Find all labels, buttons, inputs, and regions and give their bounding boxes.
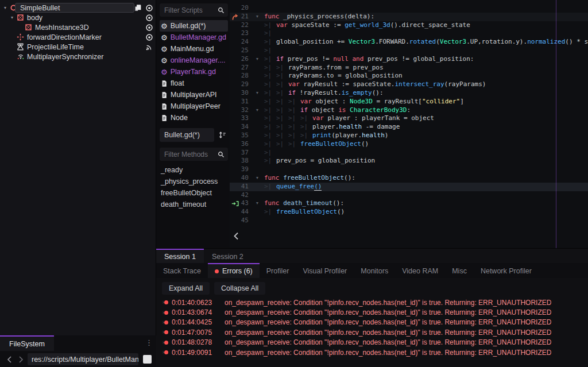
fold-chevron-icon[interactable]: ▾ [256, 13, 263, 21]
fold-chevron-icon[interactable]: ▾ [256, 174, 263, 183]
script-item-multiplayerpeer[interactable]: MultiplayerPeer [160, 101, 228, 112]
method-item-death-timeout[interactable]: death_timeout [160, 199, 228, 210]
script-item-playertank-gd[interactable]: ⚙PlayerTank.gd [160, 66, 228, 78]
expand-chevron-icon[interactable] [156, 320, 164, 325]
filter-scripts-input[interactable] [160, 6, 218, 14]
script-attached-icon[interactable] [134, 4, 142, 11]
tab-session-1[interactable]: Session 1 [156, 249, 204, 263]
script-item-bullet-gd[interactable]: ⚙Bullet.gd(*) [160, 20, 228, 32]
code-line-38[interactable]: 38>|prev_pos = global_position [230, 157, 588, 165]
code-line-32[interactable]: 32▾>|>|>|if object is CharacterBody3D: [230, 106, 588, 115]
error-row-4[interactable]: 0:01:47:0075on_despawn_receive: Conditio… [156, 327, 588, 337]
fold-chevron-icon[interactable]: ▾ [256, 199, 263, 208]
visibility-eye-icon[interactable] [145, 4, 153, 12]
method-item-ready[interactable]: _ready [160, 164, 228, 176]
code-line-39[interactable]: 39 [230, 165, 588, 174]
error-row-5[interactable]: 0:01:48:0278on_despawn_receive: Conditio… [156, 338, 588, 347]
code-line-23[interactable]: 23>| [230, 29, 588, 38]
tab-video-ram[interactable]: Video RAM [395, 263, 445, 278]
scene-tree-item-body[interactable]: ▾body [0, 13, 156, 22]
scene-tree-item-multiplayersynchronizer[interactable]: MultiplayerSynchronizer [0, 52, 156, 61]
debugger-panel: Session 1Session 2 Stack TraceErrors (6)… [156, 248, 588, 367]
signal-connections-icon[interactable] [145, 43, 153, 51]
tab-misc[interactable]: Misc [445, 263, 474, 278]
split-mode-toggle[interactable] [143, 355, 152, 364]
error-row-1[interactable]: 0:01:40:0623on_despawn_receive: Conditio… [156, 298, 588, 307]
code-line-27[interactable]: 27>|>|rayParams.from = prev_pos [230, 64, 588, 72]
error-row-6[interactable]: 0:01:49:0091on_despawn_receive: Conditio… [156, 347, 588, 357]
code-line-33[interactable]: 33>|>|>|>|var player : playerTank = obje… [230, 114, 588, 123]
filter-methods-input[interactable] [160, 150, 218, 159]
scene-tree-item-forwarddirectionmarker[interactable]: forwardDirectionMarker [0, 32, 156, 42]
chevron-left-icon[interactable] [233, 231, 241, 241]
code-line-24[interactable]: 24>|global_position += Vector3.FORWARD.r… [230, 38, 588, 47]
code-line-28[interactable]: 28>|>|rayParams.to = global_position [230, 72, 588, 80]
tab-stack-trace[interactable]: Stack Trace [156, 263, 208, 278]
code-line-26[interactable]: 26▾>|if prev_pos != null and prev_pos !=… [230, 55, 588, 64]
kebab-menu-icon[interactable]: ⋮ [145, 338, 153, 347]
fold-chevron-icon[interactable]: ▾ [256, 55, 263, 64]
expand-chevron-icon[interactable] [156, 330, 164, 335]
code-line-37[interactable]: 37>| [230, 149, 588, 157]
fold-chevron-icon[interactable]: ▾ [256, 106, 263, 115]
visibility-eye-icon[interactable] [145, 14, 153, 22]
tab-filesystem[interactable]: FileSystem [0, 335, 54, 351]
scene-tree-item-projectilelifetime[interactable]: ProjectileLifeTime [0, 42, 156, 52]
code-line-42[interactable]: 42 [230, 191, 588, 200]
sort-methods-icon[interactable] [216, 131, 228, 139]
code-line-30[interactable]: 30▾>|>|if !rayResult.is_empty(): [230, 89, 588, 98]
script-item-bulletmanager-gd[interactable]: ⚙BulletManager.gd [160, 32, 228, 43]
resource-path-text: res://scripts/Multiplayer/BulletMan [32, 356, 138, 364]
error-actions: Expand AllCollapse All [156, 278, 588, 295]
code-line-29[interactable]: 29>|>|var rayResult := spaceState.inters… [230, 80, 588, 89]
script-item-mainmenu-gd[interactable]: ⚙MainMenu.gd [160, 43, 228, 55]
code-line-35[interactable]: 35>|>|>|>|print(player.health) [230, 132, 588, 140]
error-row-3[interactable]: 0:01:44:0425on_despawn_receive: Conditio… [156, 318, 588, 327]
script-item-node[interactable]: Node [160, 112, 228, 123]
code-line-43[interactable]: 43▾func death_timeout(): [230, 199, 588, 208]
tab-session-2[interactable]: Session 2 [204, 249, 252, 263]
code-line-44[interactable]: 44>|freeBulletObject() [230, 208, 588, 217]
scene-tree-item-meshinstance3d[interactable]: MeshInstance3D [0, 22, 156, 32]
expand-chevron-icon[interactable] [156, 340, 164, 345]
code-line-36[interactable]: 36>|>|>|freeBulletObject() [230, 140, 588, 149]
line-number: 22 [230, 21, 249, 30]
tab-network-profiler[interactable]: Network Profiler [474, 263, 539, 278]
collapse-all-button[interactable]: Collapse All [214, 282, 265, 295]
tree-collapse-icon[interactable]: ▾ [2, 5, 8, 10]
code-line-25[interactable]: 25>| [230, 47, 588, 55]
visibility-eye-icon[interactable] [145, 33, 153, 41]
code-line-22[interactable]: 22>|var spaceState := get_world_3d().dir… [230, 21, 588, 30]
script-item-float[interactable]: float [160, 78, 228, 89]
error-row-2[interactable]: 0:01:43:0674on_despawn_receive: Conditio… [156, 307, 588, 317]
method-item-physics-process[interactable]: _physics_process [160, 176, 228, 187]
tree-collapse-icon[interactable]: ▾ [9, 15, 15, 20]
back-button[interactable] [5, 355, 14, 364]
method-item-freebulletobject[interactable]: freeBulletObject [160, 187, 228, 199]
tab-profiler[interactable]: Profiler [260, 263, 296, 278]
code-line-31[interactable]: 31>|>|>|var object : Node3D = rayResult[… [230, 98, 588, 106]
expand-chevron-icon[interactable] [156, 300, 164, 305]
tab-errors-6[interactable]: Errors (6) [208, 263, 260, 278]
current-script-dropdown[interactable]: Bullet.gd(*) [160, 128, 214, 142]
resource-path-field[interactable]: res://scripts/Multiplayer/BulletMan [28, 353, 138, 365]
code-line-21[interactable]: 21▾func _physics_process(delta): [230, 13, 588, 21]
scene-tree-item-simplebullet[interactable]: ▾SimpleBullet [0, 3, 156, 13]
expand-chevron-icon[interactable] [156, 310, 164, 315]
visibility-eye-icon[interactable] [145, 24, 153, 32]
tab-visual-profiler[interactable]: Visual Profiler [296, 263, 354, 278]
expand-chevron-icon[interactable] [156, 350, 164, 355]
tab-monitors[interactable]: Monitors [354, 263, 395, 278]
code-line-41[interactable]: 41>|queue_free() [230, 183, 588, 191]
script-item-onlinemanager[interactable]: ⚙onlineManager.... [160, 55, 228, 66]
script-item-multiplayerapi[interactable]: MultiplayerAPI [160, 89, 228, 101]
code-line-34[interactable]: 34>|>|>|>|player.health -= damage [230, 123, 588, 132]
forward-button[interactable] [16, 355, 25, 364]
expand-all-button[interactable]: Expand All [162, 282, 210, 295]
code-editor[interactable]: 2021▾func _physics_process(delta):22>|va… [230, 0, 588, 248]
fold-chevron-icon[interactable]: ▾ [256, 89, 263, 98]
code-line-40[interactable]: 40▾func freeBulletObject(): [230, 174, 588, 183]
code-line-20[interactable]: 20 [230, 4, 588, 13]
code-line-45[interactable]: 45 [230, 217, 588, 225]
error-message: on_despawn_receive: Condition "!pinfo.re… [225, 318, 551, 326]
